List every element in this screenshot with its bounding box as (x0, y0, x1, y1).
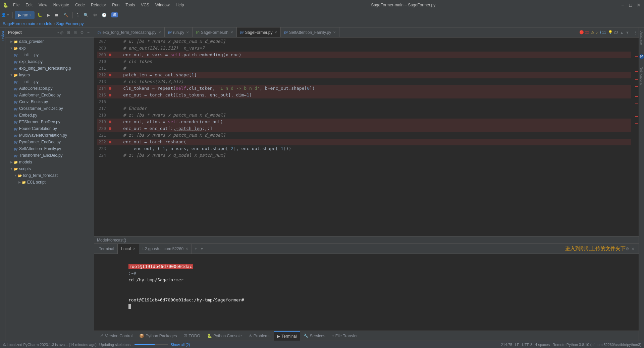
build-button[interactable]: 🔨 (61, 11, 70, 19)
settings-icon[interactable]: ⚙ (79, 30, 85, 35)
menu-run[interactable]: Run (109, 2, 122, 8)
show-all-link[interactable]: Show all (2) (171, 343, 190, 347)
breadcrumb-root[interactable]: SageFormer-main (3, 21, 35, 26)
terminal-content[interactable]: root@I191db46d7000e01dac :~# cd /hy-tmp/… (94, 254, 639, 331)
menu-vcs[interactable]: VCS (138, 2, 152, 8)
breadcrumb-models[interactable]: models (39, 21, 52, 26)
tree-item[interactable]: py Transformer_EncDec.py (5, 152, 94, 159)
tree-item[interactable]: py AutoCorrelation.py (5, 85, 94, 92)
expand-all-icon[interactable]: ⊞ (66, 30, 71, 35)
problems-tab[interactable]: ⚠ Problems (245, 331, 274, 341)
tree-item[interactable]: ▶ 📁 models (5, 159, 94, 165)
tab-close-icon[interactable]: ✕ (186, 30, 189, 34)
tab-self-attention[interactable]: py SelfAttention_Family.py ✕ (281, 27, 339, 38)
menu-tools[interactable]: Tools (123, 2, 138, 8)
tree-item[interactable]: ▼ 📂 scripts (5, 165, 94, 172)
tree-item[interactable]: py Autoformer_EncDec.py (5, 92, 94, 98)
file-transfer-tab[interactable]: ↕ File Transfer (329, 331, 361, 341)
encoding[interactable]: UTF-8 (522, 343, 532, 347)
tab-sageformer-py[interactable]: py SageFormer.py ✕ (237, 27, 281, 38)
notification-status[interactable]: ⚠ Localized PyCharm 2023.1.3 is ava... (… (3, 342, 97, 347)
tree-item[interactable]: py Pyraformer_EncDec.py (5, 139, 94, 145)
services-tab[interactable]: 🔧 Services (300, 331, 329, 341)
tree-item[interactable]: ▼ 📂 exp (5, 45, 94, 52)
cursor-position[interactable]: 214:75 (501, 343, 513, 347)
breadcrumb-model[interactable]: Model (97, 238, 108, 242)
run-with-coverage-button[interactable]: ▶ (45, 11, 52, 19)
menu-view[interactable]: View (36, 2, 50, 8)
tab-close-icon[interactable]: ✕ (133, 247, 136, 251)
notifications-sidebar-btn[interactable]: Notifications (639, 66, 644, 86)
tree-item[interactable]: py exp_basic.py (5, 58, 94, 65)
tree-item[interactable]: py Conv_Blocks.py (5, 98, 94, 105)
tab-run[interactable]: py run.py ✕ (165, 27, 193, 38)
locate-icon[interactable]: ◎ (59, 30, 64, 35)
tree-item[interactable]: py __init__.py (5, 78, 94, 85)
version-control-tab[interactable]: ⎇ Version Control (96, 331, 136, 341)
tab-close-icon[interactable]: ✕ (158, 30, 161, 34)
menu-navigate[interactable]: Navigate (51, 2, 72, 8)
debug-button[interactable]: 🐛 (35, 11, 44, 19)
tree-item[interactable]: py ETSformer_EncDec.py (5, 119, 94, 125)
tree-item[interactable]: py FourierCorrelation.py (5, 125, 94, 132)
tree-item[interactable]: py SelfAttention_Family.py (5, 145, 94, 152)
menu-file[interactable]: File (10, 2, 22, 8)
terminal-settings-icon[interactable]: ⚙ (626, 247, 629, 251)
settings-button[interactable]: ⚙ (91, 11, 99, 19)
translate-floating-icon[interactable]: 译 (639, 54, 644, 59)
tree-item[interactable]: py MultiWaveletCorrelation.py (5, 132, 94, 139)
tab-close-icon[interactable]: ✕ (333, 30, 336, 34)
scroll-up-icon[interactable]: ▲ (620, 30, 624, 34)
more-icon[interactable]: ⋯ (86, 30, 91, 35)
tab-close-icon[interactable]: ✕ (274, 30, 277, 34)
terminal-close-icon[interactable]: ✕ (631, 247, 635, 251)
breadcrumb-file[interactable]: SageFormer.py (56, 21, 84, 26)
tree-item[interactable]: ▼ 📂 long_term_forecast (5, 172, 94, 179)
run-button[interactable]: ▶ run ▾ (15, 11, 35, 19)
tree-item[interactable]: ▼ 📂 layers (5, 72, 94, 78)
terminal-tab[interactable]: Terminal (96, 244, 118, 254)
local-tab[interactable]: Local ✕ (118, 244, 139, 254)
tree-item[interactable]: py exp_long_term_forecasting.p (5, 65, 94, 72)
terminal-tab-bottom[interactable]: ▶ Terminal (274, 331, 300, 341)
python-packages-tab[interactable]: 📦 Python Packages (136, 331, 180, 341)
python-console-tab[interactable]: 🐍 Python Console (204, 331, 245, 341)
scroll-down-icon[interactable]: ▼ (626, 30, 629, 34)
tab-sageformer-sh[interactable]: sh SageFormer.sh ✕ (193, 27, 237, 38)
project-sidebar-btn[interactable]: Project (0, 27, 5, 44)
database-sidebar-btn[interactable]: Database (639, 27, 644, 48)
breadcrumb-forecast[interactable]: forecast() (109, 238, 126, 242)
menu-code[interactable]: Code (72, 2, 88, 8)
tab-exp-long[interactable]: py exp_long_term_forecasting.py ✕ (94, 27, 165, 38)
minimize-button[interactable]: − (620, 2, 625, 8)
tree-item[interactable]: py Embed.py (5, 112, 94, 119)
translate-button[interactable]: 译 (109, 11, 120, 19)
tree-item[interactable]: py __init__.py (5, 52, 94, 58)
code-lines[interactable]: 207 # u: [bs * nvars x patch_num x d_mod… (94, 38, 634, 236)
interpreter-info[interactable]: Remote Python 3.8.10 (sf...om:52260/usr/… (552, 343, 641, 347)
menu-edit[interactable]: Edit (23, 2, 35, 8)
tree-item[interactable]: py Crossformer_EncDec.py (5, 105, 94, 112)
line-separator[interactable]: LF (515, 343, 519, 347)
collapse-all-icon[interactable]: ⊟ (72, 30, 78, 35)
tab-close-icon[interactable]: ✕ (230, 30, 233, 34)
more-tabs-icon[interactable]: ⋮ (632, 30, 639, 35)
tree-item[interactable]: ▶ 📁 ECL script (5, 179, 94, 186)
stop-button[interactable]: ⏹ (53, 11, 61, 19)
tree-item[interactable]: ▶ 📁 data_provider (5, 38, 94, 45)
todo-tab[interactable]: ☑ TODO (180, 331, 203, 341)
search-everywhere-button[interactable]: 🔍 (82, 11, 91, 19)
indent-setting[interactable]: 4 spaces (535, 343, 550, 347)
menu-window[interactable]: Window (153, 2, 172, 8)
tab-close-icon[interactable]: ✕ (185, 247, 188, 251)
add-terminal-button[interactable]: + (192, 247, 200, 251)
menu-help[interactable]: Help (173, 2, 187, 8)
menu-refactor[interactable]: Refactor (88, 2, 109, 8)
close-button[interactable]: ✕ (636, 2, 641, 8)
terminal-dropdown-icon[interactable]: ▾ (200, 247, 204, 251)
gutter-error-marker (635, 86, 638, 87)
recent-files-button[interactable]: 🕐 (100, 11, 109, 19)
maximize-button[interactable]: □ (628, 2, 633, 8)
bookmark-list-button[interactable]: ⤵ (75, 11, 81, 19)
remote-tab[interactable]: i-2.gpush....com:52260 ✕ (139, 244, 192, 254)
